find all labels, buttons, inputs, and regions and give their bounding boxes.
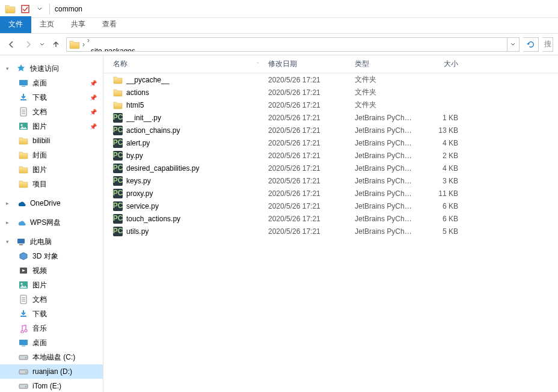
chevron-right-icon[interactable]: › — [81, 40, 86, 49]
sidebar-item-label: 视频 — [32, 266, 47, 276]
file-type: 文件夹 — [350, 100, 420, 110]
file-row[interactable]: alert.py2020/5/26 17:21JetBrains PyChar.… — [103, 136, 558, 149]
drive-icon — [18, 367, 29, 376]
sidebar-item[interactable]: 文档 — [0, 292, 103, 307]
chevron-right-icon[interactable]: ▸ — [6, 200, 12, 206]
file-row[interactable]: touch_actions.py2020/5/26 17:21JetBrains… — [103, 212, 558, 225]
titlebar-divider — [49, 4, 50, 14]
file-row[interactable]: html52020/5/26 17:21文件夹 — [103, 99, 558, 111]
file-name: desired_capabilities.py — [126, 164, 199, 173]
sidebar-quick-access[interactable]: ▾ 快速访问 — [0, 61, 103, 76]
file-row[interactable]: by.py2020/5/26 17:21JetBrains PyChar...2… — [103, 149, 558, 162]
breadcrumb-item[interactable]: site-packages — [86, 44, 139, 52]
window-folder-icon — [5, 4, 16, 14]
sidebar-item[interactable]: 下载 — [0, 307, 103, 321]
sidebar-wps[interactable]: ▸ WPS网盘 — [0, 215, 103, 230]
refresh-button[interactable] — [523, 37, 539, 52]
file-row[interactable]: desired_capabilities.py2020/5/26 17:21Je… — [103, 162, 558, 174]
sidebar-item[interactable]: 封面 — [0, 148, 103, 162]
file-row[interactable]: __pycache__2020/5/26 17:21文件夹 — [103, 73, 558, 86]
qat-checkbox[interactable] — [19, 2, 32, 16]
sidebar-this-pc[interactable]: ▾ 此电脑 — [0, 234, 103, 249]
sidebar-item[interactable]: 图片 — [0, 162, 103, 177]
sidebar-item[interactable]: 音乐 — [0, 321, 103, 335]
sidebar-item-label: 桌面 — [32, 338, 47, 348]
sidebar-item[interactable]: bilibili — [0, 133, 103, 148]
file-name: action_chains.py — [126, 126, 180, 135]
qat-dropdown[interactable] — [33, 2, 46, 16]
nav-history-dropdown[interactable] — [38, 38, 46, 51]
sidebar-item[interactable]: 桌面 — [0, 335, 103, 350]
file-size: 13 KB — [420, 126, 463, 135]
cloud-icon — [16, 218, 26, 227]
chevron-right-icon[interactable]: ▸ — [6, 219, 12, 225]
tab-home[interactable]: 主页 — [31, 16, 63, 33]
file-name: __init__.py — [126, 114, 161, 122]
column-size[interactable]: 大小 — [420, 59, 463, 69]
sidebar-label: WPS网盘 — [30, 218, 61, 228]
sidebar-item[interactable]: 3D 对象 — [0, 249, 103, 263]
chevron-down-icon[interactable]: ▾ — [6, 66, 12, 72]
pic-icon — [18, 121, 29, 131]
folder-icon — [113, 75, 123, 85]
folder-icon — [18, 165, 29, 174]
sidebar-item-label: 下载 — [32, 93, 47, 103]
sidebar-item[interactable]: 图片📌 — [0, 119, 103, 133]
desktop-icon — [18, 338, 29, 348]
sidebar-item-label: 文档 — [32, 107, 47, 117]
file-date: 2020/5/26 17:21 — [263, 227, 350, 236]
file-row[interactable]: keys.py2020/5/26 17:21JetBrains PyChar..… — [103, 174, 558, 187]
sidebar-label: 快速访问 — [30, 64, 59, 74]
file-row[interactable]: actions2020/5/26 17:21文件夹 — [103, 86, 558, 99]
sidebar-item[interactable]: 本地磁盘 (C:) — [0, 350, 103, 364]
file-row[interactable]: __init__.py2020/5/26 17:21JetBrains PyCh… — [103, 111, 558, 124]
drive-icon — [18, 381, 29, 391]
file-name: utils.py — [126, 227, 149, 236]
sidebar-onedrive[interactable]: ▸ OneDrive — [0, 196, 103, 210]
tab-file[interactable]: 文件 — [0, 16, 31, 33]
download-icon — [18, 309, 29, 319]
file-name: by.py — [126, 152, 143, 160]
pc-icon — [16, 237, 26, 247]
tab-view[interactable]: 查看 — [94, 16, 125, 33]
tab-share[interactable]: 共享 — [63, 16, 94, 33]
sidebar-item[interactable]: 桌面📌 — [0, 76, 103, 90]
nav-up-button[interactable] — [49, 38, 63, 51]
file-type: 文件夹 — [350, 87, 420, 97]
nav-back-button[interactable] — [5, 38, 18, 51]
column-date[interactable]: 修改日期 — [263, 59, 350, 69]
pin-icon: 📌 — [90, 80, 97, 87]
address-dropdown[interactable] — [507, 38, 518, 51]
folder-icon — [18, 136, 29, 145]
chevron-down-icon[interactable]: ▾ — [6, 239, 12, 245]
column-name[interactable]: 名称 ˇ — [108, 59, 263, 69]
content-area: ▾ 快速访问 桌面📌下载📌文档📌图片📌bilibili封面图片项目 ▸ OneD… — [0, 55, 558, 392]
sidebar-item[interactable]: 下载📌 — [0, 90, 103, 105]
sidebar-item[interactable]: 图片 — [0, 278, 103, 292]
search-box[interactable]: 搜 — [542, 37, 553, 52]
sidebar-item-label: 下载 — [32, 309, 47, 319]
nav-forward-button[interactable] — [22, 38, 35, 51]
sidebar-item[interactable]: 文档📌 — [0, 105, 103, 119]
file-size: 1 KB — [420, 114, 463, 122]
sidebar-item-label: 本地磁盘 (C:) — [32, 352, 75, 363]
file-name: keys.py — [126, 177, 151, 185]
sidebar-item[interactable]: 视频 — [0, 263, 103, 278]
file-size: 6 KB — [420, 215, 463, 223]
pycharm-file-icon — [113, 113, 123, 123]
sidebar-item[interactable]: 项目 — [0, 177, 103, 191]
address-bar[interactable]: › 此电脑›ruanjian (D:)›python›Lib›site-pack… — [66, 37, 520, 52]
file-row[interactable]: action_chains.py2020/5/26 17:21JetBrains… — [103, 124, 558, 136]
sidebar-item[interactable]: iTom (E:) — [0, 379, 103, 392]
sidebar-item[interactable]: ruanjian (D:) — [0, 364, 103, 379]
column-type[interactable]: 类型 — [350, 59, 420, 69]
chevron-right-icon[interactable]: › — [86, 37, 91, 44]
desktop-icon — [18, 78, 29, 88]
file-row[interactable]: utils.py2020/5/26 17:21JetBrains PyChar.… — [103, 225, 558, 237]
file-row[interactable]: service.py2020/5/26 17:21JetBrains PyCha… — [103, 200, 558, 212]
doc-icon — [18, 107, 29, 117]
pic-icon — [18, 280, 29, 290]
pin-icon: 📌 — [90, 94, 97, 101]
file-row[interactable]: proxy.py2020/5/26 17:21JetBrains PyChar.… — [103, 187, 558, 200]
sidebar-item-label: 音乐 — [32, 323, 47, 334]
